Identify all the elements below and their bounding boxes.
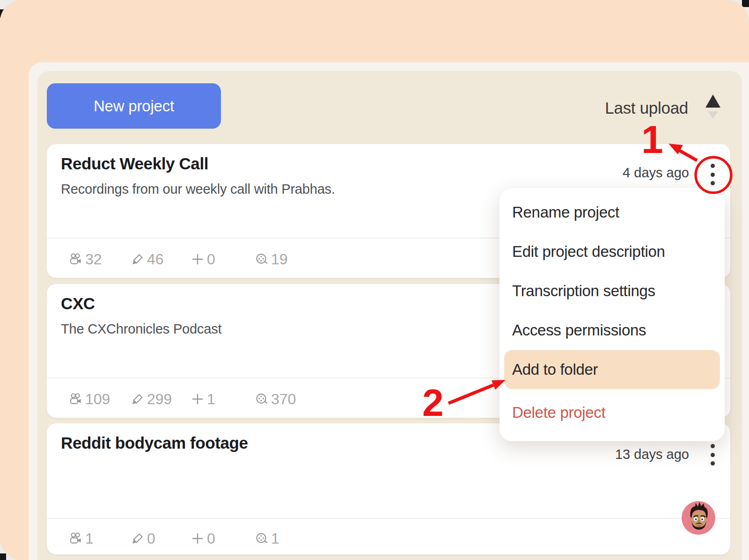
reels-stat: 19 bbox=[255, 247, 288, 271]
highlights-stat: 299 bbox=[131, 387, 172, 411]
stat-value: 0 bbox=[207, 530, 215, 547]
menu-item-delete-project[interactable]: Delete project bbox=[504, 393, 720, 432]
stat-value: 370 bbox=[271, 391, 296, 408]
corner-mark bbox=[0, 553, 6, 560]
card-divider bbox=[47, 518, 730, 519]
stat-value: 109 bbox=[85, 391, 110, 408]
clips-stat: 32 bbox=[69, 247, 102, 271]
plus-icon bbox=[191, 253, 204, 266]
kebab-menu-icon[interactable] bbox=[706, 443, 719, 466]
reels-stat: 370 bbox=[255, 387, 296, 411]
project-updated: 13 days ago bbox=[615, 447, 689, 462]
project-context-menu: Rename project Edit project description … bbox=[499, 188, 725, 441]
additions-stat: 1 bbox=[191, 387, 215, 411]
stat-value: 0 bbox=[147, 530, 155, 547]
camera-icon bbox=[69, 393, 82, 406]
app-screenshot: New project Last upload Reduct Weekly Ca… bbox=[0, 0, 749, 560]
clips-stat: 109 bbox=[69, 387, 110, 411]
additions-stat: 0 bbox=[191, 526, 215, 551]
highlighter-icon bbox=[131, 532, 144, 545]
highlighter-icon bbox=[131, 393, 144, 406]
clips-stat: 1 bbox=[69, 526, 94, 551]
stat-value: 1 bbox=[207, 391, 215, 408]
stat-value: 1 bbox=[85, 530, 94, 547]
project-title: CXC bbox=[61, 294, 95, 313]
menu-item-transcription-settings[interactable]: Transcription settings bbox=[504, 271, 720, 311]
highlights-stat: 0 bbox=[131, 526, 155, 551]
plus-icon bbox=[191, 532, 204, 545]
menu-item-add-to-folder[interactable]: Add to folder bbox=[504, 350, 720, 389]
reel-icon bbox=[255, 393, 268, 406]
kebab-menu-icon[interactable] bbox=[706, 163, 719, 186]
reels-stat: 1 bbox=[255, 526, 279, 551]
new-project-button[interactable]: New project bbox=[47, 83, 221, 129]
user-avatar[interactable] bbox=[682, 501, 715, 535]
project-description: Recordings from our weekly call with Pra… bbox=[61, 182, 335, 197]
stat-value: 32 bbox=[85, 251, 102, 268]
additions-stat: 0 bbox=[191, 247, 215, 271]
project-description: The CXChronicles Podcast bbox=[61, 321, 221, 337]
project-title: Reduct Weekly Call bbox=[61, 154, 208, 173]
reel-icon bbox=[255, 253, 268, 266]
stat-value: 299 bbox=[147, 391, 172, 408]
project-stats: 1 0 0 bbox=[61, 526, 716, 551]
stat-value: 0 bbox=[207, 251, 215, 268]
plus-icon bbox=[191, 393, 204, 406]
menu-item-rename-project[interactable]: Rename project bbox=[504, 193, 720, 232]
stat-value: 1 bbox=[271, 530, 279, 547]
project-card-reddit-bodycam-footage[interactable]: Reddit bodycam footage 13 days ago 1 bbox=[47, 423, 730, 554]
stat-value: 19 bbox=[271, 251, 288, 268]
reel-icon bbox=[255, 532, 268, 545]
camera-icon bbox=[69, 253, 82, 266]
sort-arrows-icon bbox=[705, 94, 721, 123]
menu-item-access-permissions[interactable]: Access permissions bbox=[504, 311, 720, 350]
sort-label: Last upload bbox=[605, 99, 688, 117]
camera-icon bbox=[69, 532, 82, 545]
highlights-stat: 46 bbox=[131, 247, 164, 271]
project-updated: 4 days ago bbox=[623, 165, 689, 181]
corner-mark bbox=[742, 0, 749, 7]
project-title: Reddit bodycam footage bbox=[61, 434, 248, 452]
menu-item-edit-project-description[interactable]: Edit project description bbox=[504, 232, 720, 271]
highlighter-icon bbox=[131, 253, 144, 266]
stat-value: 46 bbox=[147, 251, 164, 268]
sort-control[interactable]: Last upload bbox=[515, 95, 721, 121]
